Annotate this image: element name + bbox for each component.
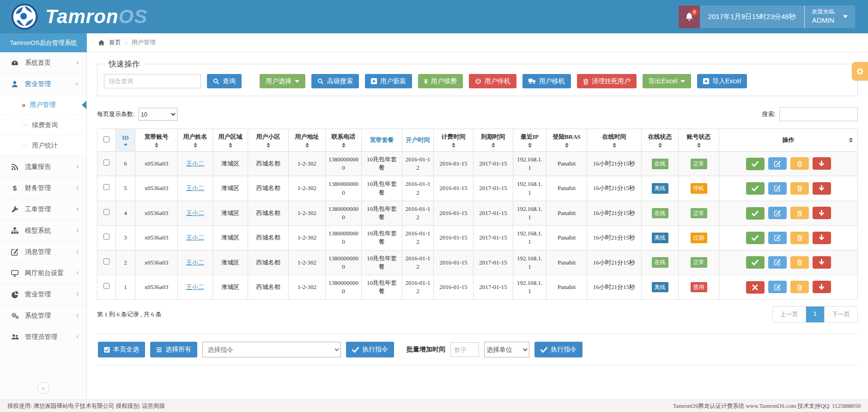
quickop-button[interactable]: 用户移机: [522, 74, 571, 88]
user-menu[interactable]: 欢迎光临, ADMIN: [804, 6, 855, 28]
quickop-button[interactable]: 导出Excel: [643, 74, 691, 88]
sidebar-item[interactable]: 管理员管理: [0, 326, 86, 348]
quickop-button[interactable]: 查询: [207, 74, 242, 88]
row-action-edit-button[interactable]: [768, 157, 787, 170]
column-header-bras[interactable]: 登陆BRAS: [546, 129, 587, 152]
row-action-download-button[interactable]: [813, 232, 831, 244]
column-header-address[interactable]: 用户地址: [289, 129, 326, 152]
row-action-download-button[interactable]: [813, 182, 831, 195]
sidebar-item[interactable]: 工单管理: [0, 199, 86, 220]
quickop-button[interactable]: 清理挂死用户: [577, 74, 637, 88]
execute-command-button[interactable]: 执行指令: [346, 342, 394, 357]
quickop-button[interactable]: 导入Excel: [697, 74, 747, 88]
row-action-edit-button[interactable]: [768, 182, 787, 195]
user-name-link[interactable]: 王小二: [186, 160, 204, 167]
sidebar-item[interactable]: 营业管理: [0, 284, 86, 305]
bulk-number-input[interactable]: [450, 342, 479, 357]
column-header-name[interactable]: 用户姓名: [178, 129, 213, 152]
page-1-button[interactable]: 1: [806, 307, 824, 322]
column-header-community[interactable]: 用户小区: [248, 129, 289, 152]
column-header-bill_date[interactable]: 计费时间: [434, 129, 473, 152]
row-action-edit-button[interactable]: [768, 281, 787, 293]
row-action-cross-button[interactable]: [746, 281, 765, 294]
quickop-button[interactable]: ¥用户续费: [418, 74, 463, 88]
row-action-download-button[interactable]: [813, 207, 831, 219]
command-select[interactable]: 选择指令: [202, 342, 341, 357]
column-header-online_time[interactable]: 在线时间: [587, 129, 642, 152]
row-action-check-button[interactable]: [746, 207, 765, 220]
sidebar-item[interactable]: 模型系统: [0, 220, 86, 241]
sidebar-item[interactable]: 营业管理: [0, 74, 86, 95]
row-action-download-button[interactable]: [813, 256, 831, 269]
row-action-trash-button[interactable]: [790, 256, 809, 269]
sidebar-subitem[interactable]: »用户管理: [0, 95, 86, 115]
notifications-button[interactable]: 8: [679, 6, 700, 28]
row-checkbox[interactable]: [103, 209, 109, 215]
settings-tab[interactable]: [852, 62, 868, 80]
sidebar-item[interactable]: 流量报告: [0, 156, 86, 178]
row-action-edit-button[interactable]: [768, 256, 787, 269]
unit-select[interactable]: 选择单位: [484, 342, 529, 357]
cell-online_status: 离线: [642, 176, 679, 201]
sidebar-item[interactable]: 消息管理: [0, 241, 86, 263]
row-checkbox[interactable]: [103, 283, 109, 289]
quickop-button[interactable]: 用户选择: [260, 74, 305, 88]
column-header-ip[interactable]: 最近IP: [513, 129, 546, 152]
user-name-link[interactable]: 王小二: [186, 209, 204, 216]
sidebar-item[interactable]: 系统管理: [0, 305, 86, 326]
user-name-link[interactable]: 王小二: [186, 234, 204, 241]
column-header-actions[interactable]: 操作: [719, 129, 858, 152]
quickop-button[interactable]: 用户新装: [365, 74, 412, 88]
column-header-online_status[interactable]: 在线状态: [642, 129, 679, 152]
prev-page-button[interactable]: 上一页: [773, 307, 806, 322]
column-header-plan[interactable]: 宽带套餐: [362, 129, 402, 152]
row-action-trash-button[interactable]: [790, 281, 809, 293]
select-all-button[interactable]: 选择所有: [150, 342, 197, 357]
row-action-check-button[interactable]: [746, 158, 765, 170]
row-checkbox[interactable]: [103, 184, 109, 190]
row-checkbox[interactable]: [103, 258, 109, 264]
cell-open_date: 2016-01-12: [402, 201, 434, 225]
sidebar-subitem[interactable]: 用户统计: [0, 135, 86, 156]
row-checkbox[interactable]: [103, 160, 109, 166]
column-header-region[interactable]: 用户区域: [213, 129, 248, 152]
row-action-check-button[interactable]: [746, 182, 765, 195]
next-page-button[interactable]: 下一页: [824, 307, 857, 322]
sidebar-subitem[interactable]: 续费查询: [0, 115, 86, 135]
row-action-edit-button[interactable]: [768, 207, 787, 219]
combined-search-input[interactable]: [104, 74, 201, 88]
sidebar-item[interactable]: 网厅前台设置: [0, 263, 86, 284]
quickop-button[interactable]: 高级搜索: [311, 74, 359, 88]
user-name-link[interactable]: 王小二: [186, 283, 204, 290]
row-action-trash-button[interactable]: [790, 182, 809, 195]
row-action-edit-button[interactable]: [768, 232, 787, 244]
user-name-link[interactable]: 王小二: [186, 259, 204, 266]
row-checkbox[interactable]: [103, 234, 109, 240]
select-page-button[interactable]: 本页全选: [98, 342, 145, 357]
sidebar-collapse-button[interactable]: «: [37, 382, 49, 394]
column-header-id[interactable]: ID: [116, 129, 135, 152]
column-header-account_status[interactable]: 账号状态: [679, 129, 719, 152]
row-action-trash-button[interactable]: [790, 157, 809, 170]
sidebar-item[interactable]: 系统首页: [0, 52, 86, 74]
row-action-check-button[interactable]: [746, 256, 765, 269]
select-all-checkbox[interactable]: [103, 136, 109, 142]
column-header-phone[interactable]: 联系电话: [326, 129, 362, 152]
breadcrumb-home[interactable]: 首页: [109, 38, 121, 47]
quickop-button[interactable]: 用户停机: [469, 74, 516, 88]
plus-square-icon: [703, 78, 709, 84]
row-action-download-button[interactable]: [813, 157, 831, 170]
per-page-select[interactable]: 10: [139, 108, 177, 121]
table-search-input[interactable]: [779, 107, 858, 121]
user-name-link[interactable]: 王小二: [186, 184, 204, 191]
row-action-download-button[interactable]: [813, 281, 831, 293]
row-action-trash-button[interactable]: [790, 207, 809, 219]
sidebar-item[interactable]: $财务管理: [0, 178, 86, 199]
row-action-check-button[interactable]: [746, 232, 765, 244]
execute-bulk-button[interactable]: 执行指令: [534, 342, 583, 357]
row-action-trash-button[interactable]: [790, 232, 809, 244]
logo[interactable]: TamronOS: [11, 3, 147, 30]
column-header-open_date[interactable]: 开户时间: [402, 129, 434, 152]
column-header-account[interactable]: 宽带账号: [135, 129, 178, 152]
column-header-expire_date[interactable]: 到期时间: [473, 129, 513, 152]
